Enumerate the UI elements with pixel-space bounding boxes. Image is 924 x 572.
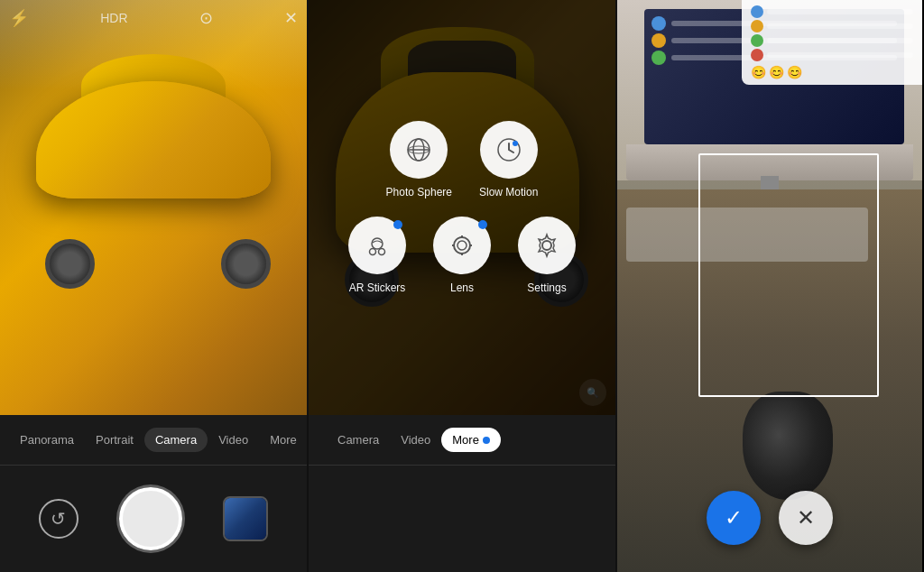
lens-label: Lens <box>450 281 474 294</box>
more-menu-overlay: Photo Sphere Slow Motion <box>309 0 615 415</box>
notif-row-3 <box>751 34 913 47</box>
camera-flip-button[interactable]: ↺ <box>39 499 79 539</box>
ar-stickers-dot <box>393 220 402 229</box>
lens-svg <box>448 232 476 259</box>
panel-camera-more: 🔍 Photo Sphere <box>307 0 617 572</box>
emoji-3: 😊 <box>787 65 802 79</box>
settings-svg <box>533 232 560 259</box>
more-label: More <box>452 433 479 447</box>
notif-row-4 <box>751 49 913 61</box>
notif-avatar-2 <box>751 20 763 32</box>
menu-item-photo-sphere[interactable]: Photo Sphere <box>386 121 452 198</box>
lens-dot <box>478 220 487 229</box>
notif-text-2 <box>767 23 913 29</box>
more-menu-row-2: AR Stickers Lens <box>348 217 576 294</box>
confirm-icon: ✓ <box>725 505 743 530</box>
action-buttons: ✓ ✕ <box>617 491 922 545</box>
camera-viewfinder-2: 🔍 Photo Sphere <box>309 0 615 415</box>
ar-stickers-label: AR Stickers <box>349 281 406 294</box>
confirm-button[interactable]: ✓ <box>707 491 761 545</box>
car-body <box>36 81 271 198</box>
notif-text-4 <box>767 52 913 58</box>
menu-item-slow-motion[interactable]: Slow Motion <box>479 121 538 198</box>
menu-item-ar-stickers[interactable]: AR Stickers <box>348 217 406 294</box>
notif-text-1 <box>767 9 913 14</box>
more-dot <box>483 437 490 444</box>
slow-motion-label: Slow Motion <box>479 186 538 198</box>
notification-panel: 😊 😊 😊 <box>742 0 922 85</box>
mouse-object <box>743 392 833 500</box>
mode-video[interactable]: Video <box>208 428 259 452</box>
camera-viewfinder-3: 😊 😊 😊 <box>617 0 922 572</box>
cancel-button[interactable]: ✕ <box>779 491 833 545</box>
svg-point-15 <box>542 241 551 250</box>
mode-panorama[interactable]: Panorama <box>9 428 85 452</box>
chat-avatar-2 <box>651 33 666 48</box>
ar-stickers-svg <box>364 232 391 259</box>
svg-point-7 <box>370 249 376 255</box>
flip-icon: ↺ <box>51 508 66 530</box>
panel-photo-crop: 😊 😊 😊 <box>617 0 922 572</box>
notif-text-3 <box>767 38 913 43</box>
notif-avatar-1 <box>751 5 763 18</box>
camera-viewfinder-1: ⚡ HDR ⊙ ✕ <box>0 0 307 415</box>
focus-rectangle <box>698 153 879 397</box>
ar-stickers-icon <box>348 217 406 274</box>
slow-motion-icon <box>480 121 538 179</box>
mode-camera-2[interactable]: Camera <box>327 428 390 452</box>
chat-avatar-3 <box>651 51 666 65</box>
car-wheel-left <box>45 239 95 289</box>
photo-sphere-icon <box>390 121 448 179</box>
thumbnail-image <box>225 498 266 540</box>
bottom-bar-2: Camera Video More <box>309 415 615 572</box>
emoji-row: 😊 😊 😊 <box>751 65 913 79</box>
emoji-1: 😊 <box>751 65 766 79</box>
emoji-2: 😊 <box>769 65 784 79</box>
more-menu-row-1: Photo Sphere Slow Motion <box>386 121 539 198</box>
car-model-1 <box>27 54 280 307</box>
bottom-bar-1: Panorama Portrait Camera Video More ↺ <box>0 415 307 572</box>
cancel-icon: ✕ <box>797 505 815 530</box>
camera-controls-1: ↺ <box>0 466 307 572</box>
mode-camera[interactable]: Camera <box>144 428 208 452</box>
mode-selector-1: Panorama Portrait Camera Video More <box>0 415 307 466</box>
camera-controls-2 <box>309 466 615 572</box>
mode-more-active[interactable]: More <box>441 428 501 452</box>
notif-row-2 <box>751 20 913 32</box>
mode-selector-2: Camera Video More <box>309 415 615 466</box>
notif-avatar-3 <box>751 34 763 47</box>
shutter-button-1[interactable] <box>119 487 182 550</box>
mode-more-1[interactable]: More <box>259 428 307 452</box>
mode-portrait[interactable]: Portrait <box>85 428 144 452</box>
lens-icon <box>433 217 491 274</box>
chat-avatar-1 <box>651 16 666 31</box>
settings-icon <box>518 217 576 274</box>
svg-point-8 <box>379 249 385 255</box>
svg-point-9 <box>454 237 470 254</box>
menu-item-settings[interactable]: Settings <box>518 217 576 294</box>
svg-point-5 <box>513 141 518 146</box>
photo-sphere-label: Photo Sphere <box>386 186 452 198</box>
svg-point-6 <box>372 238 383 249</box>
slow-motion-svg <box>495 136 522 163</box>
last-photo-thumbnail[interactable] <box>223 496 268 541</box>
settings-label: Settings <box>527 281 566 294</box>
menu-item-lens[interactable]: Lens <box>433 217 491 294</box>
panel-camera-main: ⚡ HDR ⊙ ✕ Panorama Portrait Camera Video… <box>0 0 307 572</box>
photo-sphere-svg <box>405 136 432 163</box>
notif-avatar-4 <box>751 49 763 61</box>
svg-point-10 <box>457 241 467 250</box>
notif-row-1 <box>751 5 913 18</box>
mode-video-2[interactable]: Video <box>390 428 441 452</box>
car-wheel-right <box>221 239 271 289</box>
